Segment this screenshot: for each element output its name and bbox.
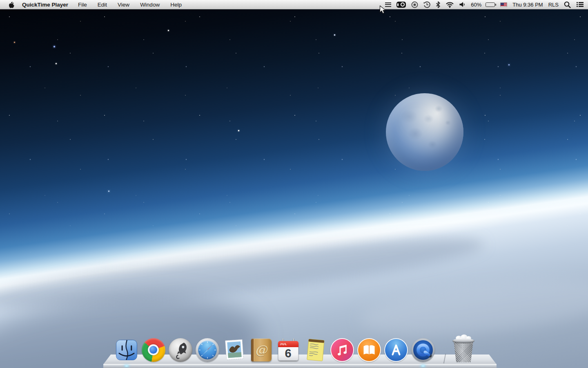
chrome-icon — [142, 338, 165, 362]
battery-percent-label: 60% — [471, 2, 481, 8]
moon — [386, 93, 463, 171]
calendar-month-label: JUL — [280, 342, 287, 346]
menu-bar-clock[interactable]: Thu 9:36 PM — [512, 2, 543, 8]
menu-bar-left: QuickTime Player File Edit View Window H… — [0, 1, 192, 8]
ibooks-icon — [357, 338, 381, 362]
running-indicator-finder — [124, 365, 129, 367]
starfield — [0, 0, 588, 262]
dock-item-itunes[interactable] — [329, 337, 355, 363]
dock-shelf-front — [103, 364, 497, 368]
menu-file[interactable]: File — [78, 2, 87, 8]
active-app-name[interactable]: QuickTime Player — [22, 2, 68, 8]
launchpad-icon — [169, 338, 192, 362]
dock-item-mail[interactable] — [221, 337, 247, 363]
menu-bar-status: 60% Thu 9:36 PM RLS — [385, 1, 588, 8]
menu-view[interactable]: View — [118, 2, 129, 8]
calendar-icon: JUL 6 — [277, 339, 299, 361]
quicktime-icon — [411, 338, 435, 362]
dock-icon-row: @ JUL 6 — [114, 337, 436, 363]
dock: @ JUL 6 — [103, 327, 497, 368]
dock-item-app-store[interactable] — [383, 337, 409, 363]
bright-star — [53, 46, 55, 47]
spotlight-search-icon[interactable] — [564, 1, 571, 8]
desktop-wallpaper: QuickTime Player File Edit View Window H… — [0, 0, 588, 368]
mail-stamp-icon — [223, 338, 246, 362]
menu-edit[interactable]: Edit — [98, 2, 107, 8]
safari-icon — [196, 338, 219, 362]
dock-item-quicktime[interactable] — [410, 337, 436, 363]
volume-icon[interactable] — [459, 2, 466, 7]
dock-item-safari[interactable] — [194, 337, 220, 363]
app-store-icon — [384, 338, 408, 362]
dock-item-ibooks[interactable] — [356, 337, 382, 363]
dock-item-calendar[interactable]: JUL 6 — [275, 337, 301, 363]
notes-icon — [303, 337, 327, 363]
cloud-streak — [107, 207, 506, 273]
battery-icon[interactable] — [484, 2, 495, 7]
bright-star — [56, 63, 57, 64]
running-indicator-quicktime — [421, 365, 425, 367]
menu-help[interactable]: Help — [170, 2, 182, 8]
toggle-switch-icon[interactable] — [396, 2, 406, 8]
menu-bar: QuickTime Player File Edit View Window H… — [0, 0, 588, 9]
menu-lines-icon[interactable] — [385, 2, 391, 7]
apple-menu[interactable] — [8, 1, 14, 8]
dock-item-finder[interactable] — [114, 337, 139, 363]
apple-icon — [8, 1, 14, 8]
stop-record-icon[interactable] — [411, 1, 418, 8]
bright-star — [14, 42, 15, 43]
bright-star — [108, 191, 109, 192]
input-source-us-flag-icon[interactable] — [500, 2, 507, 7]
dock-item-notes[interactable] — [302, 337, 328, 363]
bluetooth-icon[interactable] — [436, 1, 441, 8]
dock-item-contacts[interactable]: @ — [248, 337, 274, 363]
trash-full-icon — [452, 336, 475, 363]
notification-center-icon[interactable] — [576, 2, 584, 7]
time-machine-icon[interactable] — [423, 1, 430, 8]
finder-icon — [115, 338, 138, 362]
calendar-day-label: 6 — [278, 347, 298, 360]
itunes-icon — [330, 338, 354, 362]
contacts-at-glyph: @ — [255, 343, 267, 357]
contacts-icon: @ — [251, 339, 272, 361]
dock-item-chrome[interactable] — [140, 337, 166, 363]
wifi-icon[interactable] — [446, 2, 454, 8]
bright-star — [168, 30, 169, 31]
user-menu[interactable]: RLS — [548, 2, 559, 8]
bright-star — [508, 64, 510, 65]
bright-star — [334, 34, 335, 36]
dock-item-launchpad[interactable] — [167, 337, 193, 363]
cloud-streak — [0, 225, 486, 321]
dock-item-trash[interactable] — [451, 336, 476, 363]
menu-window[interactable]: Window — [140, 2, 160, 8]
bright-star — [238, 130, 239, 131]
